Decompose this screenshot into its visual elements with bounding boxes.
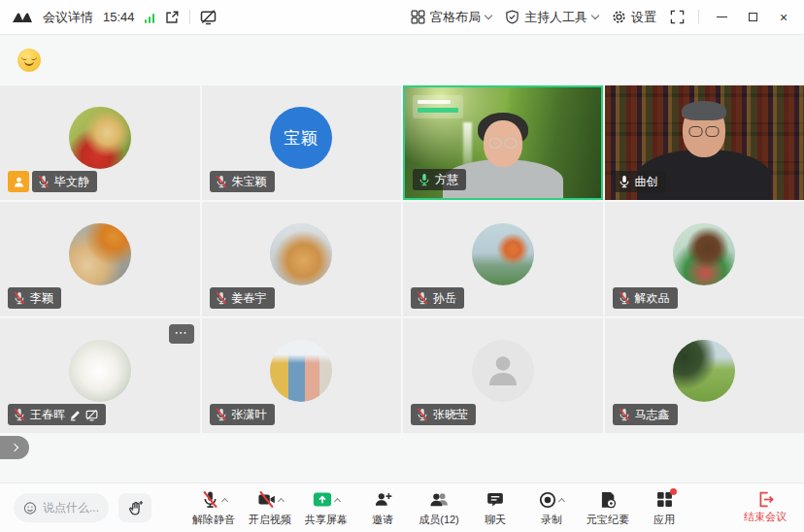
start-video-button[interactable]: 开启视频 (245, 489, 295, 527)
notification-badge (670, 488, 677, 495)
participant-nameplate: 王春晖 (8, 404, 106, 425)
layout-menu-button[interactable]: 宫格布局 (411, 9, 491, 26)
avatar (673, 340, 735, 402)
chevron-right-icon (11, 444, 18, 451)
participant-name: 孙岳 (433, 290, 456, 307)
participant-tile[interactable]: 张晓莹 (403, 318, 603, 433)
participant-tile[interactable]: 李颖 (0, 202, 200, 316)
mic-muted-icon (618, 291, 631, 305)
fullscreen-icon[interactable] (670, 10, 685, 24)
camera-off-icon (257, 490, 276, 509)
participant-name: 张潇叶 (232, 407, 267, 423)
chevron-up-icon[interactable] (277, 497, 284, 504)
quick-chat-input[interactable]: 说点什么... (14, 493, 109, 522)
members-count-label: 成员(12) (419, 513, 459, 527)
smiling-face-reaction-emoji (17, 49, 41, 72)
invite-label: 邀请 (372, 513, 393, 527)
app-logo-icon (12, 11, 33, 24)
notes-doc-icon (599, 491, 617, 509)
divider (189, 10, 190, 24)
participant-name: 姜春宇 (232, 290, 267, 307)
mic-muted-icon (215, 291, 228, 305)
chat-button[interactable]: 聊天 (470, 489, 520, 527)
participant-tile[interactable]: 解欢品 (605, 202, 804, 316)
chevron-down-icon (485, 12, 492, 19)
meeting-notes-button[interactable]: 元宝纪要 (583, 489, 633, 527)
pop-out-icon[interactable] (164, 10, 180, 25)
participant-nameplate: 毕文静 (32, 171, 97, 192)
mic-active-icon (418, 173, 431, 186)
meeting-details-button[interactable]: 会议详情 (43, 9, 93, 26)
participant-nameplate: 李颖 (8, 287, 61, 309)
participant-tile[interactable]: 张潇叶 (202, 318, 402, 433)
close-button[interactable]: × (775, 9, 792, 26)
members-button[interactable]: 成员(12) (414, 489, 464, 527)
unmute-label: 解除静音 (192, 513, 235, 527)
person-icon (484, 351, 522, 390)
mic-muted-icon (13, 291, 26, 305)
chevron-up-icon[interactable] (220, 497, 227, 504)
meeting-window: 会议详情 15:44 宫格布局 主持人工具 设置 (0, 0, 804, 532)
participant-name: 方慧 (435, 172, 458, 188)
host-tools-label: 主持人工具 (524, 9, 587, 26)
participant-name: 马志鑫 (635, 407, 670, 423)
invite-button[interactable]: 邀请 (357, 489, 408, 527)
chat-bubble-icon (486, 491, 504, 508)
end-meeting-button[interactable]: 结束会议 (744, 491, 790, 524)
default-avatar (472, 340, 534, 402)
minimize-button[interactable] (713, 9, 730, 26)
settings-label: 设置 (631, 9, 656, 26)
unmute-button[interactable]: 解除静音 (188, 489, 239, 527)
avatar (270, 223, 332, 285)
share-screen-icon (313, 492, 332, 507)
mic-muted-icon (618, 408, 631, 421)
start-video-label: 开启视频 (249, 513, 291, 527)
participant-nameplate: 孙岳 (411, 287, 464, 309)
participant-nameplate: 张晓莹 (411, 404, 476, 425)
record-icon (539, 491, 556, 509)
participant-tile[interactable]: 姜春宇 (202, 202, 402, 316)
participant-tile-active-speaker[interactable]: 方慧 (403, 85, 603, 200)
participant-nameplate: 姜春宇 (210, 287, 275, 309)
chevron-up-icon[interactable] (558, 497, 565, 504)
video-stage: 毕文静 宝颖 朱宝颖 (0, 35, 804, 482)
chevron-up-icon[interactable] (334, 497, 341, 504)
members-icon (429, 491, 450, 508)
host-badge (8, 171, 29, 192)
chat-label: 聊天 (485, 513, 506, 527)
participant-nameplate: 曲创 (613, 171, 666, 192)
smiley-icon[interactable] (23, 501, 37, 515)
host-tools-button[interactable]: 主持人工具 (505, 9, 598, 26)
layout-menu-label: 宫格布局 (430, 9, 481, 26)
settings-button[interactable]: 设置 (612, 9, 656, 26)
participant-tile[interactable]: 毕文静 (0, 85, 200, 200)
record-button[interactable]: 录制 (526, 489, 577, 527)
share-screen-button[interactable]: 共享屏幕 (301, 489, 352, 527)
maximize-button[interactable] (744, 9, 761, 26)
mic-muted-icon (37, 175, 50, 188)
avatar (673, 223, 735, 285)
network-signal-icon[interactable] (145, 12, 155, 23)
chevron-down-icon (591, 12, 599, 19)
screen-share-off-icon (85, 409, 98, 421)
participant-tile[interactable]: ⋯ 王春晖 (0, 318, 200, 433)
watermark-icon[interactable] (200, 9, 217, 25)
titlebar: 会议详情 15:44 宫格布局 主持人工具 设置 (0, 0, 804, 35)
mic-off-icon (201, 490, 219, 509)
annotation-pencil-icon (69, 409, 82, 421)
participant-tile[interactable]: 宝颖 朱宝颖 (202, 85, 402, 200)
raise-hand-button[interactable] (118, 493, 151, 522)
participant-tile[interactable]: 孙岳 (403, 202, 603, 316)
participant-tile[interactable]: 马志鑫 (605, 318, 804, 433)
apps-button[interactable]: 应用 (639, 489, 689, 527)
video-watermark (413, 95, 463, 118)
more-options-button[interactable]: ⋯ (169, 324, 194, 344)
participant-tile[interactable]: 曲创 (605, 85, 804, 200)
share-screen-label: 共享屏幕 (305, 513, 348, 527)
person-icon (13, 176, 25, 188)
invite-icon (374, 491, 392, 508)
next-page-button[interactable] (0, 436, 29, 459)
avatar (270, 340, 332, 402)
avatar (472, 223, 534, 285)
end-meeting-label: 结束会议 (744, 510, 787, 524)
